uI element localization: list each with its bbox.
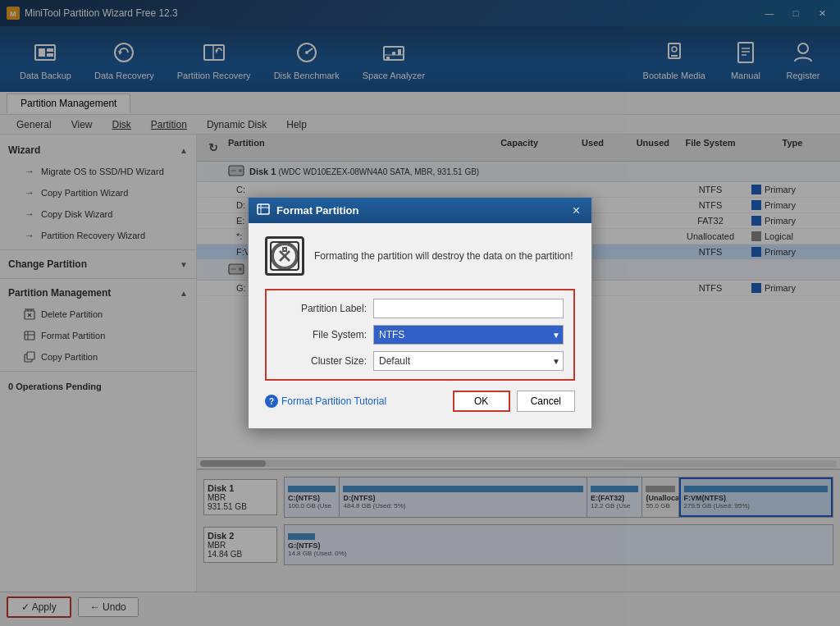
modal-warning: Formating the partition will destroy the… — [265, 236, 575, 276]
warning-text: Formating the partition will destroy the… — [314, 250, 575, 262]
modal-body: Formating the partition will destroy the… — [249, 223, 591, 428]
modal-buttons: OK Cancel — [453, 391, 575, 412]
tutorial-link[interactable]: ? Format Partition Tutorial — [265, 395, 386, 408]
file-system-label: File System: — [276, 329, 367, 340]
cluster-size-row: Cluster Size: Default 512 1024 2048 4096… — [276, 351, 564, 371]
modal-form: Partition Label: File System: NTFS FAT32… — [265, 289, 575, 381]
cluster-size-label: Cluster Size: — [276, 355, 367, 367]
modal-titlebar-icon — [257, 203, 270, 218]
partition-label-row: Partition Label: — [276, 299, 564, 318]
file-system-select[interactable]: NTFS FAT32 FAT exFAT Ext2 Ext3 Ext4 — [373, 325, 564, 345]
cluster-size-select[interactable]: Default 512 1024 2048 4096 — [373, 351, 564, 371]
warning-icon — [265, 236, 304, 276]
modal-footer: ? Format Partition Tutorial OK Cancel — [265, 391, 575, 415]
partition-label-label: Partition Label: — [276, 303, 367, 314]
modal-titlebar: Format Partition × — [249, 198, 591, 223]
partition-label-input[interactable] — [373, 299, 564, 318]
svg-rect-44 — [258, 204, 269, 214]
modal-titlebar-content: Format Partition — [257, 203, 358, 218]
modal-overlay: Format Partition × — [0, 0, 840, 626]
tutorial-link-text: Format Partition Tutorial — [281, 395, 386, 407]
help-circle-icon: ? — [265, 395, 278, 408]
cluster-size-select-wrapper: Default 512 1024 2048 4096 ▼ — [373, 351, 564, 371]
modal-title: Format Partition — [276, 204, 358, 217]
svg-rect-49 — [283, 248, 286, 251]
modal-close-button[interactable]: × — [569, 203, 583, 218]
file-system-select-wrapper: NTFS FAT32 FAT exFAT Ext2 Ext3 Ext4 ▼ — [373, 325, 564, 345]
modal-cancel-button[interactable]: Cancel — [517, 391, 575, 412]
file-system-row: File System: NTFS FAT32 FAT exFAT Ext2 E… — [276, 325, 564, 345]
format-partition-modal: Format Partition × — [248, 197, 592, 429]
modal-ok-button[interactable]: OK — [453, 391, 510, 412]
